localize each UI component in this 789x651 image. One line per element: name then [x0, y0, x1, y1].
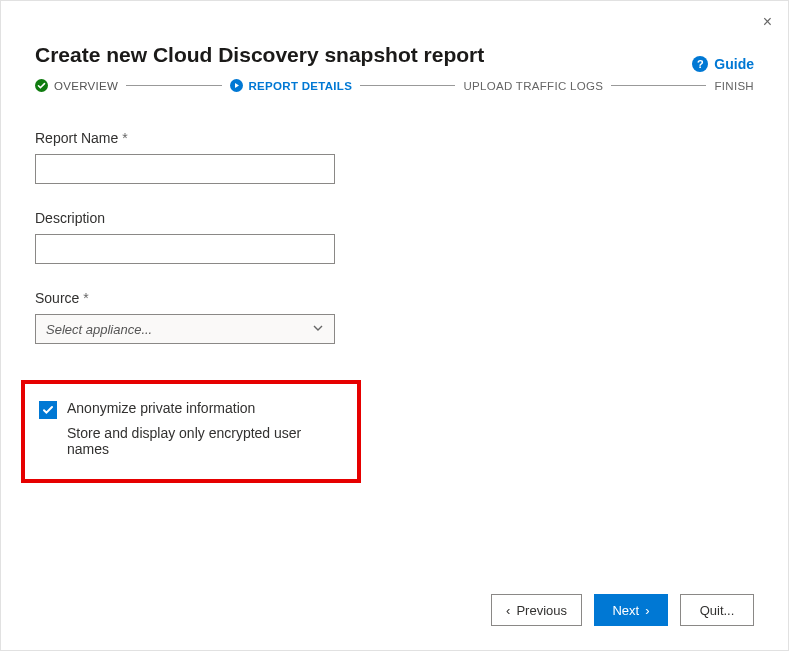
step-label: UPLOAD TRAFFIC LOGS [463, 80, 603, 92]
close-icon[interactable]: × [763, 13, 772, 31]
field-description: Description [35, 210, 754, 264]
chevron-left-icon: ‹ [506, 603, 510, 618]
source-label: Source * [35, 290, 754, 306]
report-name-input[interactable] [35, 154, 335, 184]
source-select[interactable]: Select appliance... [35, 314, 335, 344]
report-name-label: Report Name * [35, 130, 754, 146]
chevron-right-icon: › [645, 603, 649, 618]
page-title: Create new Cloud Discovery snapshot repo… [35, 43, 754, 67]
previous-button[interactable]: ‹ Previous [491, 594, 582, 626]
required-marker: * [83, 290, 88, 306]
wizard-footer: ‹ Previous Next › Quit... [491, 594, 754, 626]
step-upload-logs[interactable]: UPLOAD TRAFFIC LOGS [463, 80, 603, 92]
anonymize-sublabel: Store and display only encrypted user na… [67, 425, 343, 457]
required-marker: * [122, 130, 127, 146]
description-label: Description [35, 210, 754, 226]
step-divider [360, 85, 455, 86]
anonymize-callout: Anonymize private information Store and … [21, 380, 361, 483]
anonymize-checkbox[interactable] [39, 401, 57, 419]
active-step-icon [230, 79, 243, 92]
step-report-details[interactable]: REPORT DETAILS [230, 79, 353, 92]
step-divider [126, 85, 221, 86]
step-label: OVERVIEW [54, 80, 118, 92]
field-report-name: Report Name * [35, 130, 754, 184]
step-finish[interactable]: FINISH [714, 80, 754, 92]
wizard-stepper: OVERVIEW REPORT DETAILS UPLOAD TRAFFIC L… [35, 79, 754, 92]
guide-label: Guide [714, 56, 754, 72]
step-overview[interactable]: OVERVIEW [35, 79, 118, 92]
anonymize-label: Anonymize private information [67, 400, 255, 416]
next-label: Next [612, 603, 639, 618]
chevron-down-icon [312, 322, 324, 337]
source-placeholder: Select appliance... [46, 322, 152, 337]
next-button[interactable]: Next › [594, 594, 668, 626]
quit-button[interactable]: Quit... [680, 594, 754, 626]
guide-link[interactable]: ? Guide [692, 56, 754, 72]
step-label: FINISH [714, 80, 754, 92]
step-divider [611, 85, 706, 86]
quit-label: Quit... [700, 603, 735, 618]
previous-label: Previous [516, 603, 567, 618]
help-icon: ? [692, 56, 708, 72]
description-input[interactable] [35, 234, 335, 264]
step-label: REPORT DETAILS [249, 80, 353, 92]
check-circle-icon [35, 79, 48, 92]
field-source: Source * Select appliance... [35, 290, 754, 344]
